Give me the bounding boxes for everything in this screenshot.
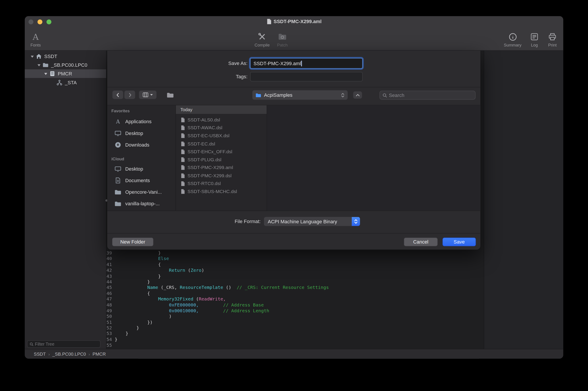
line-number: 51 [107, 320, 115, 325]
new-folder-button[interactable]: New Folder [112, 238, 153, 246]
desktop-icon [115, 165, 121, 172]
tree-item-sb-pc00-lpc0[interactable]: _SB.PC00.LPC0 [25, 61, 106, 69]
tree-item-sta[interactable]: _STA [25, 78, 106, 87]
sidebar-item-desktop[interactable]: Desktop [107, 127, 176, 139]
disclosure-triangle-icon[interactable] [43, 71, 48, 76]
tree-item-ssdt[interactable]: SSDT [25, 52, 106, 61]
view-mode-button[interactable] [139, 90, 157, 99]
sidebar-item-applications[interactable]: A Applications [107, 116, 176, 127]
sidebar-item-icloud-desktop[interactable]: Desktop [107, 163, 176, 175]
code-line: 44 } [107, 279, 484, 285]
code-line: 42 Return (Zero) [107, 268, 484, 273]
toolbar-label: Summary [504, 43, 521, 47]
compile-icon [257, 30, 267, 42]
disclosure-triangle-icon[interactable] [30, 54, 34, 59]
tags-label: Tags: [203, 72, 247, 81]
folder-icon [42, 62, 49, 68]
back-button[interactable] [112, 90, 123, 99]
document-icon [180, 117, 185, 122]
file-item[interactable]: SSDT-AWAC.dsl [176, 124, 267, 132]
save-dialog-sheet: Save As: SSDT-PMC-X299.aml Tags: [107, 50, 480, 250]
tree-item-label: PMCR [58, 71, 72, 76]
favorites-header: Favorites [111, 109, 129, 113]
search-input[interactable] [389, 92, 472, 98]
file-item[interactable]: SSDT-EC.dsl [176, 140, 267, 148]
toolbar-label: Print [548, 43, 557, 47]
file-name: SSDT-RTC0.dsl [188, 181, 221, 186]
code-text: } [115, 325, 139, 331]
sidebar-item-opencore-folder[interactable]: Opencore-Vani... [107, 186, 176, 198]
sidebar-item-downloads[interactable]: Downloads [107, 139, 176, 151]
blue-folder-icon [255, 92, 261, 98]
file-item[interactable]: SSDT-EC-USBX.dsl [176, 132, 267, 140]
code-text: { [115, 262, 161, 268]
toolbar-item-fonts[interactable]: A Fonts [25, 30, 49, 47]
file-name: SSDT-AWAC.dsl [188, 125, 222, 131]
sidebar-item-vanilla-folder[interactable]: vanilla-laptop-... [107, 198, 176, 209]
desktop-icon [115, 130, 121, 137]
sidebar-item-documents[interactable]: Documents [107, 175, 176, 186]
file-list: SSDT-ALS0.dslSSDT-AWAC.dslSSDT-EC-USBX.d… [176, 116, 267, 196]
text-caret [301, 61, 302, 66]
search-field[interactable] [379, 91, 475, 100]
documents-icon [115, 177, 121, 184]
window-header: SSDT-PMC-X299.aml A Fonts Compile [25, 16, 563, 50]
up-down-chevrons-icon [354, 219, 358, 224]
patch-icon [277, 30, 287, 42]
toolbar-item-print[interactable]: Print [539, 30, 563, 47]
location-popup[interactable]: AcpiSamples [252, 90, 348, 100]
file-format-popup[interactable]: ACPI Machine Language Binary [264, 217, 360, 226]
sidebar-item-label: Downloads [125, 142, 149, 148]
collapse-panel-button[interactable] [353, 91, 362, 99]
save-as-field[interactable]: SSDT-PMC-X299.aml [250, 58, 362, 69]
breadcrumb-separator: › [89, 352, 90, 356]
device-icon [49, 71, 56, 77]
file-item[interactable]: SSDT-PLUG.dsl [176, 156, 267, 164]
toolbar-label: Compile [255, 43, 270, 47]
file-item[interactable]: SSDT-PMC-X299.dsl [176, 172, 267, 180]
desktop: SSDT-PMC-X299.aml A Fonts Compile [0, 0, 588, 391]
filter-tree-input[interactable] [35, 342, 98, 346]
tree-item-pmcr[interactable]: PMCR [25, 69, 106, 78]
tags-field[interactable] [250, 72, 362, 81]
file-group-header: Today [176, 105, 267, 114]
line-number: 39 [107, 250, 115, 256]
file-item[interactable]: SSDT-PMC-X299.aml [176, 164, 267, 172]
breadcrumb-item[interactable]: SSDT [34, 351, 46, 357]
forward-button[interactable] [124, 90, 135, 99]
breadcrumb-item[interactable]: _SB.PC00.LPC0 [52, 351, 86, 357]
file-item[interactable]: SSDT-SBUS-MCHC.dsl [176, 188, 267, 196]
titlebar: SSDT-PMC-X299.aml [25, 19, 563, 24]
code-line: 48 0xFE000000, // Address Base [107, 302, 484, 308]
file-name: SSDT-ALS0.dsl [188, 117, 220, 122]
fonts-icon: A [31, 30, 40, 42]
document-icon [180, 189, 185, 195]
up-down-chevrons-icon [341, 92, 345, 98]
code-view: 39 }40 Else41 {42 Return (Zero)43 }44 }4… [107, 250, 484, 349]
location-value: AcpiSamples [264, 92, 292, 98]
sidebar-item-label: Desktop [125, 166, 143, 172]
tree-item-label: _SB.PC00.LPC0 [51, 62, 87, 68]
code-text: } [115, 279, 150, 285]
file-format-label: File Format: [186, 217, 261, 226]
cancel-button[interactable]: Cancel [404, 238, 438, 246]
code-line: 52 } [107, 325, 484, 331]
filter-tree-field[interactable] [27, 340, 100, 348]
toolbar-label: Fonts [30, 43, 41, 47]
code-text: }) [115, 320, 153, 325]
save-button[interactable]: Save [443, 238, 476, 246]
code-text: } [115, 331, 128, 337]
sidebar-item-label: Opencore-Vani... [125, 189, 162, 195]
file-item[interactable]: SSDT-ALS0.dsl [176, 116, 267, 124]
new-folder-toolbar-button[interactable] [163, 90, 177, 99]
disclosure-triangle-icon[interactable] [37, 63, 41, 67]
file-item[interactable]: SSDT-EHCx_OFF.dsl [176, 148, 267, 156]
tree-item-label: SSDT [44, 54, 57, 59]
line-number: 48 [107, 302, 115, 308]
code-line: 53 } [107, 331, 484, 337]
chevron-down-icon [150, 94, 153, 96]
breadcrumb-item[interactable]: PMCR [93, 351, 106, 357]
sidebar-item-label: Applications [125, 119, 152, 124]
file-item[interactable]: SSDT-RTC0.dsl [176, 180, 267, 188]
tree-sidebar: SSDT _SB.PC00.LPC0 PMCR _STA [25, 50, 106, 349]
